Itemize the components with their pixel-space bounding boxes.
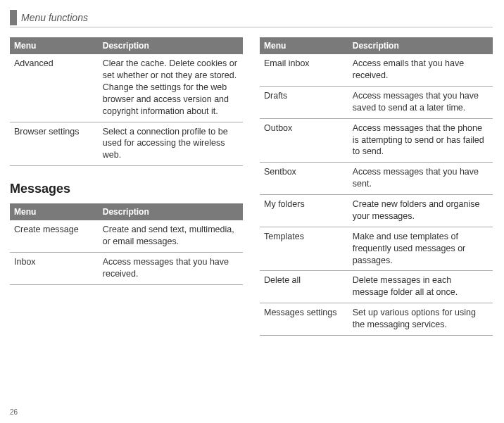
cell-description: Access messages that the phone is attemp…: [348, 118, 493, 163]
cell-menu: Sentbox: [260, 163, 348, 195]
table-row: Advanced Clear the cache. Delete cookies…: [10, 54, 243, 122]
table-row: Outbox Access messages that the phone is…: [260, 118, 493, 163]
table-header-menu: Menu: [10, 203, 99, 220]
cell-menu: Messages settings: [260, 303, 348, 336]
cell-description: Make and use templates of frequently use…: [348, 227, 493, 271]
cell-description: Access messages that you have received.: [99, 253, 243, 285]
table-header-description: Description: [99, 37, 243, 54]
table-header-menu: Menu: [260, 37, 348, 54]
content-columns: Menu Description Advanced Clear the cach…: [10, 37, 493, 336]
left-column: Menu Description Advanced Clear the cach…: [10, 37, 243, 336]
cell-description: Select a connection profile to be used f…: [99, 122, 243, 166]
table-messages-left: Menu Description Create message Create a…: [10, 203, 243, 285]
cell-menu: Outbox: [260, 118, 348, 163]
header-accent-bar: [10, 10, 17, 25]
table-row: Browser settings Select a connection pro…: [10, 122, 243, 166]
page-number: 26: [10, 408, 18, 416]
right-column: Menu Description Email inbox Access emai…: [260, 37, 493, 336]
cell-description: Delete messages in each message folder a…: [348, 271, 493, 303]
table-browser-menu: Menu Description Advanced Clear the cach…: [10, 37, 243, 166]
table-row: Templates Make and use templates of freq…: [260, 227, 493, 271]
cell-menu: Email inbox: [260, 54, 348, 86]
table-header-description: Description: [348, 37, 493, 54]
cell-description: Set up various options for using the mes…: [348, 303, 493, 336]
table-row: Delete all Delete messages in each messa…: [260, 271, 493, 303]
cell-menu: Delete all: [260, 271, 348, 303]
cell-menu: Templates: [260, 227, 348, 271]
table-row: Email inbox Access emails that you have …: [260, 54, 493, 86]
cell-description: Access emails that you have received.: [348, 54, 493, 86]
table-row: Create message Create and send text, mul…: [10, 220, 243, 252]
table-header-description: Description: [99, 203, 243, 220]
cell-description: Create and send text, multimedia, or ema…: [99, 220, 243, 252]
page-title: Menu functions: [21, 12, 88, 23]
table-row: My folders Create new folders and organi…: [260, 195, 493, 227]
cell-description: Clear the cache. Delete cookies or set w…: [99, 54, 243, 122]
cell-menu: Inbox: [10, 253, 99, 285]
cell-menu: Advanced: [10, 54, 99, 122]
table-row: Sentbox Access messages that you have se…: [260, 163, 493, 195]
table-messages-right: Menu Description Email inbox Access emai…: [260, 37, 493, 336]
section-heading-messages: Messages: [10, 182, 243, 196]
table-row: Inbox Access messages that you have rece…: [10, 253, 243, 285]
table-header-menu: Menu: [10, 37, 99, 54]
table-row: Drafts Access messages that you have sav…: [260, 86, 493, 118]
cell-description: Access messages that you have sent.: [348, 163, 493, 195]
cell-menu: Drafts: [260, 86, 348, 118]
cell-description: Access messages that you have saved to s…: [348, 86, 493, 118]
cell-description: Create new folders and organise your mes…: [348, 195, 493, 227]
cell-menu: Create message: [10, 220, 99, 252]
cell-menu: Browser settings: [10, 122, 99, 166]
page-header: Menu functions: [10, 10, 493, 27]
cell-menu: My folders: [260, 195, 348, 227]
table-row: Messages settings Set up various options…: [260, 303, 493, 336]
